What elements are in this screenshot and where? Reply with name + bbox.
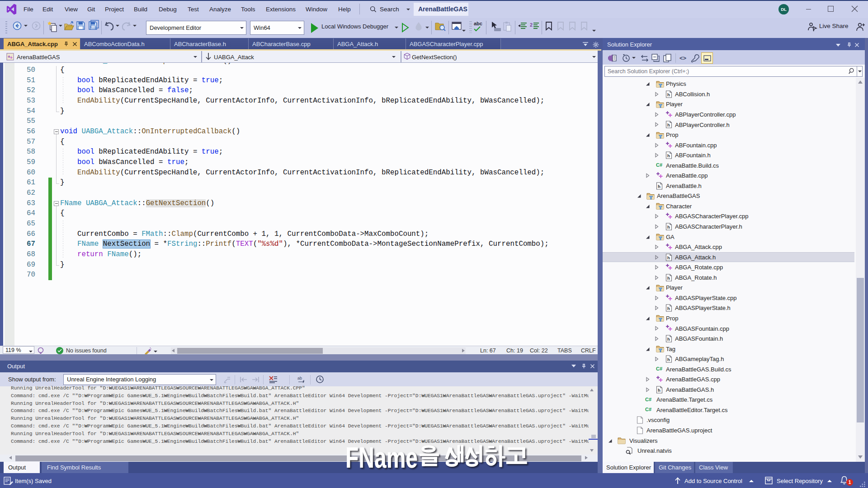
svg-text:FName: FName [345, 441, 418, 474]
svg-text:h: h [667, 92, 670, 97]
svg-text:h: h [667, 306, 670, 311]
svg-text:+: + [10, 55, 13, 60]
svg-text:h: h [667, 153, 670, 158]
svg-text:h: h [667, 276, 670, 281]
svg-text:h: h [658, 388, 660, 393]
svg-text:h: h [667, 357, 670, 362]
svg-text:h: h [667, 225, 670, 230]
svg-text:h: h [667, 122, 670, 127]
svg-text:h: h [667, 337, 670, 342]
svg-text:ab: ab [297, 376, 302, 380]
svg-text:h: h [658, 184, 660, 189]
svg-text:2: 2 [530, 22, 533, 28]
svg-text:h: h [667, 255, 670, 260]
